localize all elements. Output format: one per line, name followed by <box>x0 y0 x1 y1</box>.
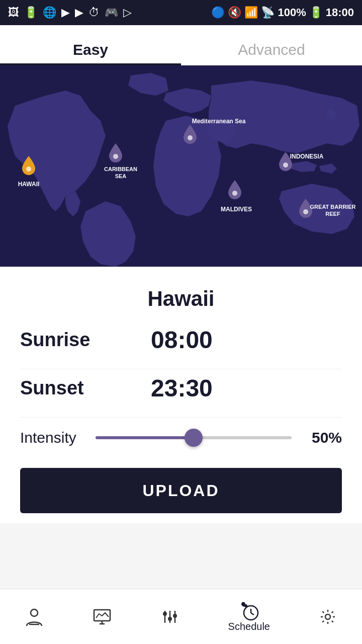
svg-text:REEF: REEF <box>325 211 340 217</box>
status-icons: 🖼 🔋 🌐 ▶ ▶ ⏱ 🎮 ▷ <box>8 6 132 19</box>
sunset-value: 23:30 <box>151 374 213 402</box>
mute-icon: 🔇 <box>228 6 241 19</box>
sunset-row: Sunset 23:30 <box>20 374 342 402</box>
clock-icon: ⏱ <box>88 6 100 19</box>
bluetooth-icon: 🔵 <box>211 6 225 19</box>
wifi-icon: 📶 <box>244 6 258 19</box>
slider-fill <box>96 436 194 439</box>
svg-text:GREAT BARRIER: GREAT BARRIER <box>310 204 356 210</box>
intensity-label: Intensity <box>20 429 85 446</box>
svg-text:Mediterranean Sea: Mediterranean Sea <box>192 118 246 125</box>
svg-point-11 <box>283 163 288 168</box>
svg-point-31 <box>325 614 330 619</box>
sunset-label: Sunset <box>20 377 151 399</box>
browser-icon: 🌐 <box>43 6 56 19</box>
svg-point-25 <box>168 617 172 621</box>
nav-schedule[interactable]: Schedule <box>228 601 270 632</box>
svg-point-16 <box>31 609 38 616</box>
world-map[interactable]: HAWAII CARIBBEAN SEA Mediterranean Sea M… <box>0 65 362 267</box>
location-title: Hawaii <box>20 287 342 311</box>
status-bar: 🖼 🔋 🌐 ▶ ▶ ⏱ 🎮 ▷ 🔵 🔇 📶 📡 100% 🔋 18:00 <box>0 0 362 25</box>
svg-point-30 <box>244 604 247 607</box>
gallery-icon: 🖼 <box>8 6 19 19</box>
battery-icon-2: 🔋 <box>24 6 38 19</box>
tab-bar: Easy Advanced <box>0 25 362 65</box>
svg-text:HAWAII: HAWAII <box>18 181 40 188</box>
sunrise-label: Sunrise <box>20 329 151 351</box>
svg-text:CARIBBEAN: CARIBBEAN <box>104 166 137 172</box>
svg-point-2 <box>26 167 31 172</box>
time-display: 18:00 <box>326 6 354 19</box>
svg-point-7 <box>188 135 193 140</box>
gamepad-icon: 🎮 <box>105 6 118 19</box>
play-icon: ▷ <box>123 6 132 19</box>
slider-track <box>96 436 292 439</box>
slider-thumb[interactable] <box>185 429 203 447</box>
svg-point-9 <box>232 191 237 196</box>
svg-point-26 <box>173 614 177 618</box>
nav-person[interactable] <box>24 607 44 627</box>
svg-text:SEA: SEA <box>115 173 127 179</box>
youtube-icon: ▶ <box>61 6 70 19</box>
battery-percent: 100% <box>278 6 306 19</box>
signal-icon: 📡 <box>261 6 275 19</box>
battery-icon: 🔋 <box>309 6 323 19</box>
nav-schedule-label: Schedule <box>228 621 270 632</box>
divider-1 <box>20 369 342 369</box>
status-right: 🔵 🔇 📶 📡 100% 🔋 18:00 <box>211 6 354 19</box>
tab-easy[interactable]: Easy <box>0 41 181 65</box>
svg-text:MALDIVES: MALDIVES <box>221 206 252 213</box>
youtube-icon-2: ▶ <box>75 6 83 19</box>
svg-point-24 <box>163 612 167 616</box>
upload-button[interactable]: UPLOAD <box>20 468 342 513</box>
sunrise-value: 08:00 <box>151 326 213 354</box>
svg-point-13 <box>303 209 308 214</box>
main-content: Hawaii Sunrise 08:00 Sunset 23:30 Intens… <box>0 267 362 523</box>
tab-advanced[interactable]: Advanced <box>181 41 362 65</box>
intensity-percent: 50% <box>302 429 342 446</box>
bottom-nav: Schedule <box>0 589 362 644</box>
svg-point-4 <box>113 154 118 159</box>
nav-monitor[interactable] <box>92 607 112 627</box>
nav-sliders[interactable] <box>160 607 180 627</box>
svg-line-29 <box>251 613 254 615</box>
nav-settings[interactable] <box>318 607 338 627</box>
sunrise-row: Sunrise 08:00 <box>20 326 342 354</box>
intensity-slider[interactable] <box>96 428 292 448</box>
svg-text:INDONESIA: INDONESIA <box>290 153 324 160</box>
divider-2 <box>20 417 342 418</box>
intensity-row: Intensity 50% <box>20 428 342 448</box>
